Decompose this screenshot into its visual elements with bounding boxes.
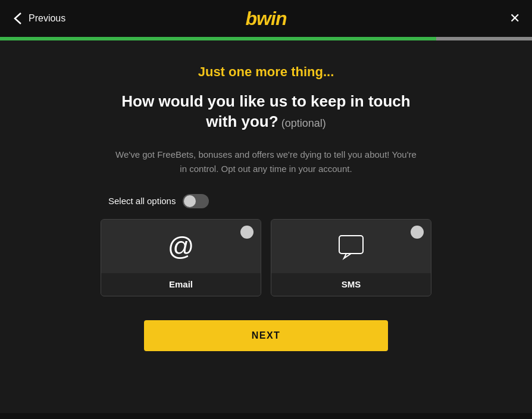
progress-fill	[0, 37, 436, 40]
header: Previous bwin ✕	[0, 0, 532, 37]
email-label: Email	[169, 279, 193, 289]
email-radio	[240, 226, 254, 239]
main-title: How would you like us to keep in touch w…	[121, 92, 410, 132]
sms-icon	[337, 232, 365, 261]
select-all-label: Select all options	[108, 196, 176, 206]
next-button[interactable]: NEXT	[144, 320, 388, 351]
email-card-bottom: Email	[101, 273, 261, 296]
sms-label: SMS	[342, 279, 361, 289]
logo-text: bwin	[246, 8, 287, 29]
email-card-top: @	[101, 220, 261, 273]
logo-dot: w	[256, 8, 271, 29]
email-icon: @	[168, 233, 195, 259]
email-option-card[interactable]: @ Email	[101, 219, 261, 296]
subtitle: Just one more thing...	[198, 64, 334, 80]
sms-radio	[411, 226, 424, 239]
svg-rect-0	[339, 236, 363, 254]
close-button[interactable]: ✕	[509, 12, 520, 25]
title-part2: with you?	[206, 112, 278, 130]
logo: bwin	[246, 8, 287, 30]
title-part1: How would you like us to keep in touch	[121, 92, 410, 110]
chevron-left-icon	[12, 12, 24, 24]
toggle-knob	[184, 195, 196, 207]
previous-label: Previous	[29, 13, 65, 24]
previous-button[interactable]: Previous	[12, 12, 65, 24]
progress-bar	[0, 37, 532, 40]
sms-option-card[interactable]: SMS	[271, 219, 431, 296]
sms-card-top	[271, 220, 431, 273]
footer-bar	[0, 413, 532, 419]
select-all-toggle[interactable]	[183, 194, 209, 208]
sms-card-bottom: SMS	[271, 273, 431, 296]
options-row: @ Email SMS	[101, 219, 431, 296]
optional-label: (optional)	[278, 117, 326, 129]
select-all-row: Select all options	[108, 194, 209, 208]
main-content: Just one more thing... How would you lik…	[0, 40, 532, 413]
description: We've got FreeBets, bonuses and offers w…	[111, 148, 421, 176]
